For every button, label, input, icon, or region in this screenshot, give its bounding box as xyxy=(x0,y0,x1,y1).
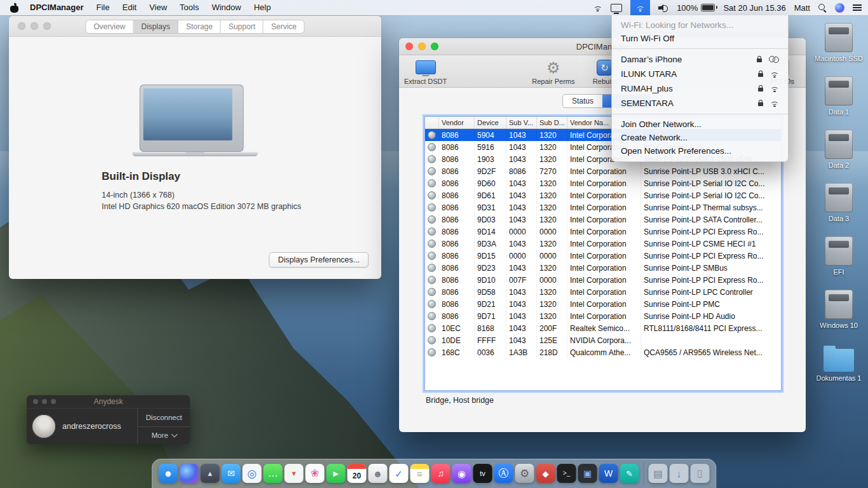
more-button[interactable]: More xyxy=(138,427,190,445)
cell-0: 8086 xyxy=(439,262,475,274)
dock-safari-icon[interactable]: ◎ xyxy=(243,464,262,483)
dock-siri-icon[interactable] xyxy=(180,464,199,483)
segment-status[interactable]: Status xyxy=(563,95,602,107)
apple-menu-icon[interactable] xyxy=(10,3,18,13)
table-row[interactable]: 168C00361A3B218DQualcomm Athe...QCA9565 … xyxy=(425,346,781,358)
dock-maps-icon[interactable]: ▼ xyxy=(285,464,304,483)
displays-preferences-button[interactable]: Displays Preferences... xyxy=(269,252,369,268)
dock-terminal-icon[interactable]: >_ xyxy=(557,464,576,483)
tab-overview[interactable]: Overview xyxy=(86,20,133,33)
minimize-button[interactable] xyxy=(418,43,426,50)
desktop-icon-windows-10[interactable]: Windows 10 xyxy=(813,290,864,343)
disconnect-button[interactable]: Disconnect xyxy=(138,409,190,427)
table-row[interactable]: 80869D5810431320Intel CorporationSunrise… xyxy=(425,286,781,298)
dock-trash-icon[interactable]: ▯ xyxy=(691,464,710,483)
network-icons xyxy=(758,86,779,92)
dock-launchpad-icon[interactable]: ▲ xyxy=(201,464,220,483)
tab-service[interactable]: Service xyxy=(264,20,304,33)
dock-messages-icon[interactable]: … xyxy=(264,464,283,483)
menu-tools[interactable]: Tools xyxy=(173,0,205,15)
notification-center-icon[interactable] xyxy=(853,4,862,11)
wifi-menu-extra-icon[interactable] xyxy=(630,0,650,15)
close-button[interactable] xyxy=(405,43,413,50)
dock-stack-documents-icon[interactable]: ▤ xyxy=(649,464,668,483)
dock-music-icon[interactable]: ♫ xyxy=(431,464,451,483)
tab-storage[interactable]: Storage xyxy=(179,20,221,33)
desktop-icon-macintosh-ssd[interactable]: Macintosh SSD xyxy=(813,23,864,76)
desktop-icon-efi[interactable]: EFI xyxy=(813,236,864,290)
minimize-button[interactable] xyxy=(42,399,47,404)
desktop-icon-data-3[interactable]: Data 3 xyxy=(813,183,864,236)
dock-facetime-icon[interactable]: ▶ xyxy=(327,464,346,483)
menu-edit[interactable]: Edit xyxy=(116,0,142,15)
menu-window[interactable]: Window xyxy=(205,0,247,15)
menu-file[interactable]: File xyxy=(90,0,116,15)
wifi-network-ilunk-utara[interactable]: ILUNK UTARA xyxy=(612,67,788,81)
wifi-action-create-network[interactable]: Create Network... xyxy=(612,131,788,144)
table-row[interactable]: 80869D1400000000Intel CorporationSunrise… xyxy=(425,226,781,238)
table-row[interactable]: 80869D3A10431320Intel CorporationSunrise… xyxy=(425,238,781,250)
dock-stack-downloads-icon[interactable]: ↓ xyxy=(670,464,689,483)
dock-tv-icon[interactable]: tv xyxy=(473,464,492,483)
siri-icon[interactable] xyxy=(835,3,844,13)
clock[interactable]: Sat 20 Jun 15.36 xyxy=(723,3,785,13)
dock-finder-icon[interactable]: ☻ xyxy=(159,464,178,483)
battery-status[interactable]: 100% xyxy=(677,3,715,13)
desktop-icon-data-2[interactable]: Data 2 xyxy=(813,130,864,183)
dock-app-word-icon[interactable]: W xyxy=(599,464,618,483)
menu-view[interactable]: View xyxy=(143,0,173,15)
desktop-icon-dokumentas-1[interactable]: Dokumentas 1 xyxy=(813,343,864,396)
toolbar-extract-dsdt[interactable]: Extract DSDT xyxy=(404,57,447,85)
dock-mail-icon[interactable]: ✉ xyxy=(222,464,241,483)
zoom-button[interactable] xyxy=(431,43,438,50)
table-row[interactable]: 80869D1500000000Intel CorporationSunrise… xyxy=(425,250,781,262)
desktop-icon-data-1[interactable]: Data 1 xyxy=(813,76,864,130)
volume-icon[interactable] xyxy=(658,4,668,11)
wifi-status-icon[interactable] xyxy=(593,4,602,11)
table-row[interactable]: 80869D10007F0000Intel CorporationSunrise… xyxy=(425,274,781,286)
tab-displays[interactable]: Displays xyxy=(133,20,178,33)
menu-help[interactable]: Help xyxy=(247,0,277,15)
pci-device-icon xyxy=(428,336,436,344)
table-row[interactable]: 10EC81681043200FRealtek Semico...RTL8111… xyxy=(425,322,781,334)
dock-notes-icon[interactable]: ≡ xyxy=(410,464,430,483)
tab-support[interactable]: Support xyxy=(221,20,264,33)
table-row[interactable]: 80869D2110431320Intel CorporationSunrise… xyxy=(425,298,781,310)
close-button[interactable] xyxy=(33,399,38,404)
wifi-network-rumah-plus[interactable]: RUMAH_plus xyxy=(612,81,788,96)
dock-app-red-icon[interactable]: ◆ xyxy=(536,464,555,483)
app-menu-title[interactable]: DPCIManager xyxy=(24,0,90,15)
table-row[interactable]: 80869D6110431320Intel CorporationSunrise… xyxy=(425,189,781,201)
table-row[interactable]: 80869D6010431320Intel CorporationSunrise… xyxy=(425,177,781,189)
dock-app-dark-icon[interactable]: ▣ xyxy=(578,464,597,483)
table-row[interactable]: 80869D3110431320Intel CorporationSunrise… xyxy=(425,201,781,214)
wifi-action-open-network-preferences[interactable]: Open Network Preferences... xyxy=(612,144,788,158)
table-row[interactable]: 80869D2310431320Intel CorporationSunrise… xyxy=(425,262,781,274)
table-row[interactable]: 80869D7110431320Intel CorporationSunrise… xyxy=(425,310,781,322)
minimize-button[interactable] xyxy=(31,22,38,30)
dock-photos-icon[interactable]: ❀ xyxy=(306,464,325,483)
spotlight-icon[interactable] xyxy=(818,4,827,12)
dock-podcasts-icon[interactable]: ◉ xyxy=(452,464,471,483)
dock-app-store-icon[interactable]: Ⓐ xyxy=(494,464,513,483)
dock-system-preferences-icon[interactable]: ⚙ xyxy=(515,464,534,483)
table-row[interactable]: 80869D0310431320Intel CorporationSunrise… xyxy=(425,214,781,226)
dock-reminders-icon[interactable]: ✓ xyxy=(390,464,409,483)
table-row[interactable]: 10DEFFFF1043125ENVIDIA Corpora... xyxy=(425,334,781,346)
cell-1: 9D61 xyxy=(475,189,506,201)
zoom-button[interactable] xyxy=(51,399,56,404)
dock-contacts-icon[interactable]: ☻ xyxy=(369,464,388,483)
display-status-icon[interactable] xyxy=(611,4,622,12)
table-row[interactable]: 80869D2F80867270Intel CorporationSunrise… xyxy=(425,165,781,177)
zoom-button[interactable] xyxy=(43,22,51,30)
close-button[interactable] xyxy=(18,22,25,30)
wifi-network-damar-s-iphone[interactable]: Damar’s iPhone xyxy=(612,52,788,67)
turn-wifi-off-item[interactable]: Turn Wi-Fi Off xyxy=(612,32,788,45)
dock-calendar-icon[interactable]: 20 xyxy=(348,464,367,483)
wifi-action-join-other-network[interactable]: Join Other Network... xyxy=(612,118,788,131)
user-menu[interactable]: Matt xyxy=(794,3,810,13)
wifi-network-sementara[interactable]: SEMENTARA xyxy=(612,96,788,111)
dock-app-teal-icon[interactable]: ✎ xyxy=(620,464,639,483)
network-icons xyxy=(757,56,779,63)
toolbar-repair-perms[interactable]: Repair Perms xyxy=(532,57,574,85)
